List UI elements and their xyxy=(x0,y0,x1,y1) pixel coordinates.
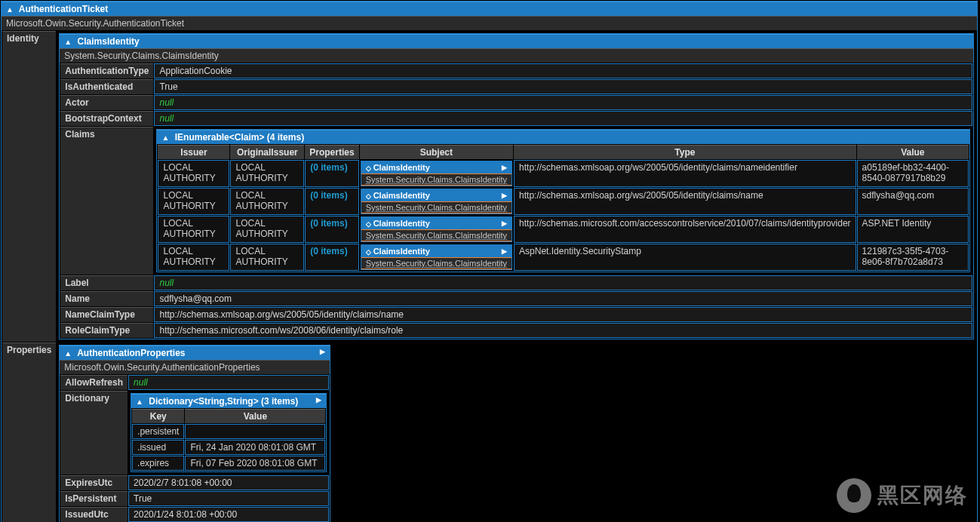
claim-original-issuer: LOCAL AUTHORITY xyxy=(230,160,304,187)
col-origissuer[interactable]: OriginalIssuer xyxy=(230,145,304,159)
claim-subject-header[interactable]: ◇ClaimsIdentity▶ xyxy=(361,189,512,202)
collapse-icon[interactable]: ▲ xyxy=(64,349,72,358)
chevron-right-icon[interactable]: ▶ xyxy=(320,348,325,358)
claims-identity-panel: ▲ ClaimsIdentity System.Security.Claims.… xyxy=(59,33,974,339)
dict-key: .expires xyxy=(132,456,184,471)
root-title: AuthenticationTicket xyxy=(19,4,108,14)
claim-properties[interactable]: (0 items) xyxy=(305,160,358,187)
dict-row: .expiresFri, 07 Feb 2020 08:01:08 GMT xyxy=(132,456,325,471)
claims-identity-header[interactable]: ▲ ClaimsIdentity xyxy=(60,34,973,48)
claim-value: sdflysha@qq.com xyxy=(857,188,969,215)
claim-subject-type: System.Security.Claims.ClaimsIdentity xyxy=(361,230,512,241)
collapse-icon[interactable]: ▲ xyxy=(136,398,143,406)
watermark: 黑区网络 xyxy=(837,478,968,513)
name-value: sdflysha@qq.com xyxy=(154,291,972,306)
dict-value xyxy=(185,424,325,439)
claim-subject-header[interactable]: ◇ClaimsIdentity▶ xyxy=(361,161,512,174)
dict-value: Fri, 24 Jan 2020 08:01:08 GMT xyxy=(185,440,325,455)
claim-subject-panel[interactable]: ◇ClaimsIdentity▶System.Security.Claims.C… xyxy=(361,189,512,214)
claim-row: LOCAL AUTHORITYLOCAL AUTHORITY(0 items)◇… xyxy=(158,216,969,243)
claim-subject-cell: ◇ClaimsIdentity▶System.Security.Claims.C… xyxy=(360,216,513,243)
authtype-label: AuthenticationType xyxy=(60,63,153,78)
isauth-value: True xyxy=(154,79,972,94)
allowrefresh-label: AllowRefresh xyxy=(60,375,127,390)
claim-subject-panel[interactable]: ◇ClaimsIdentity▶System.Security.Claims.C… xyxy=(361,244,512,270)
dict-key: .issued xyxy=(132,440,184,455)
claim-properties[interactable]: (0 items) xyxy=(305,188,358,215)
claim-properties[interactable]: (0 items) xyxy=(305,244,358,271)
claims-label: Claims xyxy=(60,127,153,275)
col-type[interactable]: Type xyxy=(514,145,856,159)
claim-issuer: LOCAL AUTHORITY xyxy=(158,244,229,271)
collapse-icon[interactable]: ▲ xyxy=(64,38,72,46)
claim-type: http://schemas.microsoft.com/accesscontr… xyxy=(514,216,856,243)
properties-label: Properties xyxy=(2,342,56,522)
watermark-text: 黑区网络 xyxy=(877,481,968,510)
root-panel: ▲ AuthenticationTicket Microsoft.Owin.Se… xyxy=(1,1,978,522)
dictionary-header[interactable]: ▲ Dictionary<String,String> (3 items) ▶ xyxy=(131,394,326,408)
col-subject[interactable]: Subject xyxy=(360,145,513,159)
claim-type: http://schemas.xmlsoap.org/ws/2005/05/id… xyxy=(514,188,856,215)
dict-key: .persistent xyxy=(132,424,184,439)
identity-label: Identity xyxy=(2,31,56,342)
auth-props-title: AuthenticationProperties xyxy=(77,348,185,358)
claim-issuer: LOCAL AUTHORITY xyxy=(158,188,229,215)
claim-row: LOCAL AUTHORITYLOCAL AUTHORITY(0 items)◇… xyxy=(158,160,969,187)
claim-original-issuer: LOCAL AUTHORITY xyxy=(230,188,304,215)
claims-table-title: IEnumerable<Claim> (4 items) xyxy=(175,132,304,143)
claim-properties[interactable]: (0 items) xyxy=(305,216,358,243)
col-properties[interactable]: Properties xyxy=(305,145,358,159)
claims-table-header[interactable]: ▲ IEnumerable<Claim> (4 items) xyxy=(157,130,969,144)
claims-identity-title: ClaimsIdentity xyxy=(78,36,140,47)
claims-header-row: Issuer OriginalIssuer Properties Subject… xyxy=(158,145,969,159)
claim-subject-header[interactable]: ◇ClaimsIdentity▶ xyxy=(361,245,512,258)
expiresutc-value: 2020/2/7 8:01:08 +00:00 xyxy=(128,475,329,490)
roleclaimtype-value: http://schemas.microsoft.com/ws/2008/06/… xyxy=(154,323,972,338)
dictionary-title: Dictionary<String,String> (3 items) xyxy=(149,396,298,407)
claim-issuer: LOCAL AUTHORITY xyxy=(158,216,229,243)
claim-subject-type: System.Security.Claims.ClaimsIdentity xyxy=(361,258,512,269)
expiresutc-label: ExpiresUtc xyxy=(60,475,127,490)
claim-issuer: LOCAL AUTHORITY xyxy=(158,160,229,187)
issuedutc-value: 2020/1/24 8:01:08 +00:00 xyxy=(128,507,329,522)
authtype-value: ApplicationCookie xyxy=(154,63,972,78)
col-issuer[interactable]: Issuer xyxy=(158,145,229,159)
claim-value: 121987c3-35f5-4703-8e06-8f7b702a8d73 xyxy=(857,244,969,271)
roleclaimtype-label: RoleClaimType xyxy=(60,323,153,338)
dict-value: Fri, 07 Feb 2020 08:01:08 GMT xyxy=(185,456,325,471)
claim-type: http://schemas.xmlsoap.org/ws/2005/05/id… xyxy=(514,160,856,187)
claim-subject-header[interactable]: ◇ClaimsIdentity▶ xyxy=(361,217,512,230)
dict-row: .persistent xyxy=(132,424,325,439)
dictionary-label: Dictionary xyxy=(60,391,127,474)
dict-row: .issuedFri, 24 Jan 2020 08:01:08 GMT xyxy=(132,440,325,455)
claims-identity-type: System.Security.Claims.ClaimsIdentity xyxy=(60,48,973,63)
collapse-icon[interactable]: ▲ xyxy=(161,134,169,142)
auth-props-header[interactable]: ▲ AuthenticationProperties ▶ xyxy=(60,345,330,360)
actor-label: Actor xyxy=(60,95,153,110)
dict-key-header[interactable]: Key xyxy=(132,409,184,423)
root-type: Microsoft.Owin.Security.AuthenticationTi… xyxy=(2,16,977,30)
nameclaimtype-value: http://schemas.xmlsoap.org/ws/2005/05/id… xyxy=(154,307,972,322)
issuedutc-label: IssuedUtc xyxy=(60,507,127,522)
collapse-icon[interactable]: ▲ xyxy=(6,5,14,14)
claim-subject-panel[interactable]: ◇ClaimsIdentity▶System.Security.Claims.C… xyxy=(361,161,512,186)
dict-value-header[interactable]: Value xyxy=(185,409,325,423)
allowrefresh-value: null xyxy=(128,375,329,390)
claim-subject-cell: ◇ClaimsIdentity▶System.Security.Claims.C… xyxy=(360,160,513,187)
claim-original-issuer: LOCAL AUTHORITY xyxy=(230,216,304,243)
label-label: Label xyxy=(60,275,153,290)
claim-row: LOCAL AUTHORITYLOCAL AUTHORITY(0 items)◇… xyxy=(158,188,969,215)
claim-value: ASP.NET Identity xyxy=(857,216,969,243)
name-label: Name xyxy=(60,291,153,306)
root-header[interactable]: ▲ AuthenticationTicket xyxy=(2,2,977,16)
claim-subject-type: System.Security.Claims.ClaimsIdentity xyxy=(361,174,512,186)
claim-row: LOCAL AUTHORITYLOCAL AUTHORITY(0 items)◇… xyxy=(158,244,969,271)
col-value[interactable]: Value xyxy=(857,145,969,159)
chevron-right-icon[interactable]: ▶ xyxy=(316,396,321,407)
bootstrap-value: null xyxy=(154,111,972,126)
actor-value: null xyxy=(154,95,972,110)
ispersistent-value: True xyxy=(128,491,329,506)
claim-subject-panel[interactable]: ◇ClaimsIdentity▶System.Security.Claims.C… xyxy=(361,216,512,242)
isauth-label: IsAuthenticated xyxy=(60,79,153,94)
claim-subject-type: System.Security.Claims.ClaimsIdentity xyxy=(361,202,512,213)
